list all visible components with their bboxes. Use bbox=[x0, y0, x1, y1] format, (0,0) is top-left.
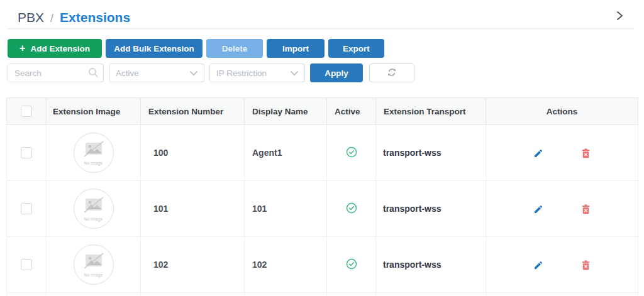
ip-restriction-filter-value: IP Restriction bbox=[216, 69, 267, 78]
chevron-right-icon[interactable] bbox=[616, 11, 624, 21]
chevron-down-icon bbox=[291, 69, 298, 78]
display-name-cell: Agent1 bbox=[245, 125, 327, 181]
column-header-extension-number: Extension Number bbox=[141, 98, 245, 125]
page-title: Extensions bbox=[60, 10, 130, 25]
select-all-checkbox[interactable] bbox=[21, 106, 32, 117]
no-image-label: No Image bbox=[84, 217, 103, 221]
active-filter-select[interactable]: Active bbox=[109, 63, 204, 82]
extension-number-cell: 100 bbox=[141, 125, 245, 181]
active-filter-value: Active bbox=[116, 69, 139, 78]
add-extension-label: Add Extension bbox=[30, 44, 90, 53]
active-check-icon bbox=[346, 206, 357, 216]
chevron-down-icon bbox=[190, 69, 197, 78]
extensions-page: PBX / Extensions + Add Extension Add Bul… bbox=[0, 0, 644, 296]
table-header-row: Extension Image Extension Number Display… bbox=[7, 98, 638, 125]
extension-number-cell: 102 bbox=[141, 237, 245, 293]
breadcrumb-separator: / bbox=[50, 12, 53, 25]
edit-button[interactable] bbox=[533, 260, 543, 270]
header-divider bbox=[8, 28, 634, 29]
column-header-display-name: Display Name bbox=[245, 98, 327, 125]
no-image-label: No Image bbox=[84, 273, 103, 277]
toolbar: + Add Extension Add Bulk Extension Delet… bbox=[8, 39, 636, 58]
breadcrumb: PBX / Extensions bbox=[18, 10, 130, 25]
column-header-actions: Actions bbox=[486, 98, 638, 125]
extension-transport-cell: transport-wss bbox=[376, 125, 486, 181]
extension-image-placeholder: No Image bbox=[74, 244, 114, 285]
active-check-icon bbox=[346, 261, 357, 271]
breadcrumb-pbx-link[interactable]: PBX bbox=[18, 10, 44, 25]
plus-icon: + bbox=[19, 43, 25, 53]
extension-number-cell: 101 bbox=[141, 181, 245, 237]
no-image-label: No Image bbox=[84, 161, 103, 165]
trash-button[interactable] bbox=[581, 260, 591, 270]
table-row: No Image 101 101 transport-wss bbox=[7, 181, 638, 237]
display-name-cell: 101 bbox=[245, 181, 327, 237]
extension-transport-cell: transport-wss bbox=[376, 237, 486, 293]
row-checkbox[interactable] bbox=[21, 259, 32, 270]
import-button[interactable]: Import bbox=[267, 39, 325, 58]
trash-button[interactable] bbox=[581, 148, 591, 158]
edit-button[interactable] bbox=[533, 204, 543, 214]
table-row: No Image 102 102 transport-wss bbox=[7, 237, 638, 293]
delete-button[interactable]: Delete bbox=[206, 39, 263, 58]
extension-image-placeholder: No Image bbox=[74, 133, 114, 173]
image-slash-icon bbox=[84, 141, 104, 159]
row-checkbox[interactable] bbox=[21, 147, 32, 158]
ip-restriction-filter-select[interactable]: IP Restriction bbox=[209, 63, 305, 82]
edit-button[interactable] bbox=[533, 148, 543, 158]
filter-bar: Active IP Restriction Apply bbox=[8, 63, 636, 82]
search-icon bbox=[88, 67, 99, 80]
refresh-button[interactable] bbox=[369, 63, 414, 82]
row-checkbox[interactable] bbox=[21, 203, 32, 214]
active-check-icon bbox=[346, 150, 357, 160]
display-name-cell: 102 bbox=[245, 237, 327, 293]
table-row: No Image 100 Agent1 transport-wss bbox=[7, 125, 638, 181]
apply-button[interactable]: Apply bbox=[310, 63, 363, 82]
image-slash-icon bbox=[84, 197, 104, 215]
column-header-extension-image: Extension Image bbox=[47, 98, 141, 125]
table-row-partial bbox=[7, 293, 638, 296]
add-extension-button[interactable]: + Add Extension bbox=[8, 39, 102, 58]
column-header-extension-transport: Extension Transport bbox=[376, 98, 486, 125]
column-header-active: Active bbox=[327, 98, 376, 125]
top-bar: PBX / Extensions bbox=[0, 0, 644, 28]
refresh-icon bbox=[387, 67, 397, 79]
trash-button[interactable] bbox=[581, 204, 591, 214]
add-bulk-extension-button[interactable]: Add Bulk Extension bbox=[106, 39, 203, 58]
extension-image-placeholder: No Image bbox=[74, 189, 114, 229]
image-slash-icon bbox=[84, 253, 104, 271]
export-button[interactable]: Export bbox=[328, 39, 384, 58]
extension-transport-cell: transport-wss bbox=[376, 181, 486, 237]
extensions-table: Extension Image Extension Number Display… bbox=[6, 97, 638, 296]
